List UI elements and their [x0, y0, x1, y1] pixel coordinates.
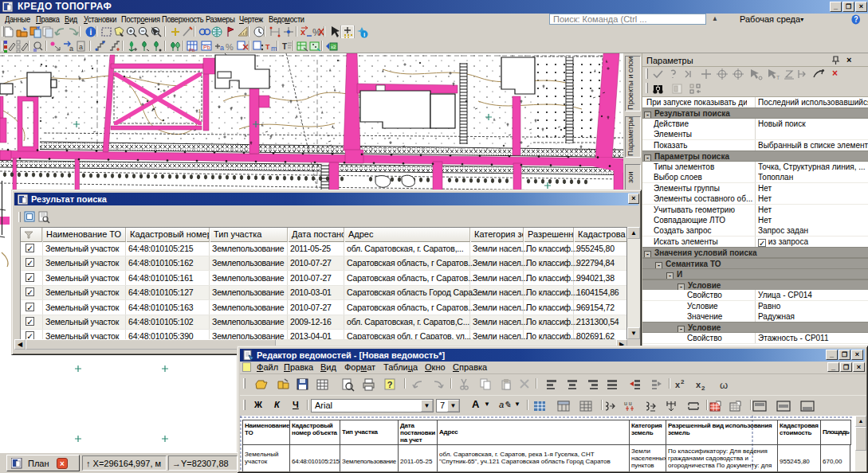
- svg-text:Pb: Pb: [189, 48, 195, 53]
- svg-text:i: i: [90, 28, 92, 37]
- svg-text:i: i: [363, 31, 365, 38]
- svg-text:?: ?: [854, 14, 858, 24]
- svg-text:a: a: [79, 43, 83, 51]
- svg-text:2: 2: [681, 378, 685, 385]
- svg-text:x: x: [675, 380, 681, 389]
- svg-text:%: %: [226, 42, 234, 52]
- svg-text:x2: x2: [331, 45, 336, 49]
- svg-text:Pb: Pb: [203, 45, 210, 50]
- svg-text:2: 2: [701, 385, 705, 392]
- svg-text:x: x: [300, 27, 306, 37]
- svg-text:a: a: [69, 45, 73, 53]
- svg-text:T: T: [776, 75, 780, 80]
- svg-text:a: a: [220, 44, 224, 52]
- svg-text:ω: ω: [720, 379, 728, 391]
- svg-text:x: x: [696, 380, 701, 389]
- svg-text:T: T: [265, 43, 270, 51]
- svg-text:?: ?: [387, 380, 393, 389]
- svg-text:u u: u u: [624, 401, 632, 406]
- svg-text:T: T: [282, 42, 287, 51]
